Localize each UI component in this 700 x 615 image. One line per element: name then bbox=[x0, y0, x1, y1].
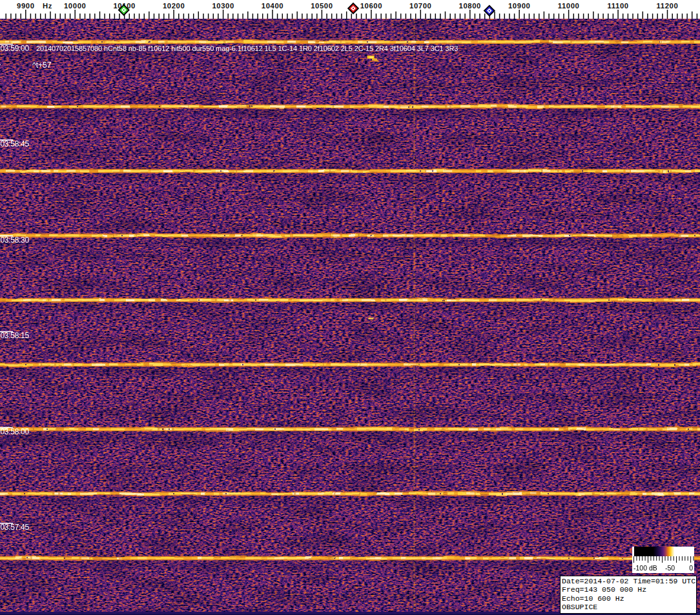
svg-text:03:58:15: 03:58:15 bbox=[1, 331, 30, 340]
svg-text:11100: 11100 bbox=[608, 2, 629, 10]
svg-text:10000: 10000 bbox=[64, 2, 86, 10]
svg-text:^t+57: ^t+57 bbox=[32, 61, 52, 70]
svg-text:10700: 10700 bbox=[409, 2, 431, 10]
svg-text:10300: 10300 bbox=[212, 2, 234, 10]
svg-text:9900: 9900 bbox=[17, 2, 35, 10]
svg-text:11000: 11000 bbox=[558, 2, 580, 10]
svg-text:10600: 10600 bbox=[360, 2, 382, 10]
svg-text:03:58:00: 03:58:00 bbox=[1, 427, 30, 436]
svg-text:10900: 10900 bbox=[508, 2, 530, 10]
svg-text:10200: 10200 bbox=[163, 2, 185, 10]
svg-text:03:57:45: 03:57:45 bbox=[1, 523, 30, 532]
svg-text:20140702015857080 hCnt58 nb-85: 20140702015857080 hCnt58 nb-85 f10612 hi… bbox=[36, 45, 458, 52]
svg-text:10400: 10400 bbox=[262, 2, 283, 10]
svg-text:-50: -50 bbox=[665, 564, 675, 572]
svg-text:-100 dB: -100 dB bbox=[633, 564, 657, 572]
svg-text:03:58:30: 03:58:30 bbox=[1, 236, 30, 245]
svg-text:11200: 11200 bbox=[657, 2, 679, 10]
svg-text:03:58:45: 03:58:45 bbox=[1, 139, 30, 148]
svg-text:10500: 10500 bbox=[311, 2, 333, 10]
svg-text:0: 0 bbox=[689, 564, 693, 572]
svg-text:Hz: Hz bbox=[43, 2, 52, 10]
svg-text:03:59:00: 03:59:00 bbox=[1, 44, 30, 53]
svg-text:10800: 10800 bbox=[459, 2, 481, 10]
